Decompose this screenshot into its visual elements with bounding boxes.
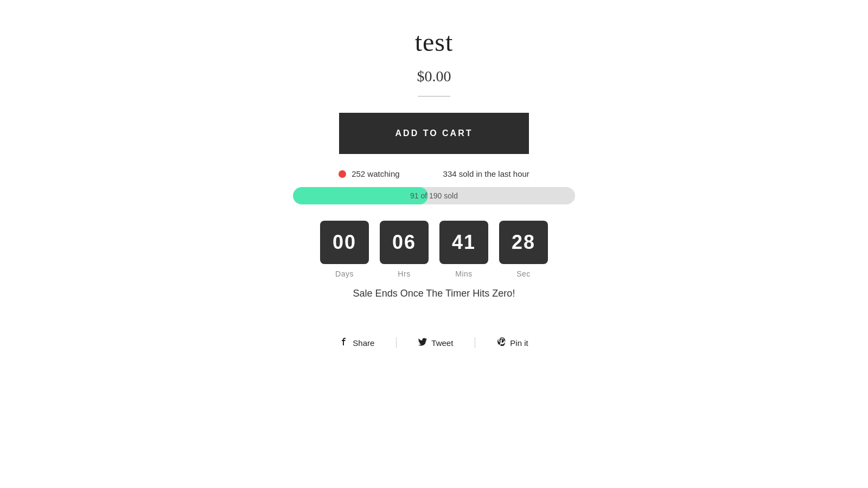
live-indicator-dot <box>339 170 346 178</box>
countdown-hrs-label: Hrs <box>398 269 410 278</box>
watching-row: 252 watching 334 sold in the last hour <box>293 169 575 178</box>
pin-label: Pin it <box>510 338 528 348</box>
countdown-sec-label: Sec <box>516 269 531 278</box>
countdown-sec-box: 28 <box>499 221 548 264</box>
share-icon <box>340 337 348 348</box>
product-title: test <box>415 27 454 57</box>
tweet-label: Tweet <box>431 338 453 348</box>
watching-count: 252 <box>352 169 367 178</box>
pin-button[interactable]: Pin it <box>497 337 528 348</box>
social-divider-2 <box>475 337 475 348</box>
add-to-cart-button[interactable]: ADD TO CART <box>339 113 529 154</box>
sold-text: 334 sold in the last hour <box>443 169 529 178</box>
countdown-mins-box: 41 <box>439 221 488 264</box>
divider <box>418 96 450 97</box>
product-page: test $0.00 ADD TO CART 252 watching 334 … <box>293 22 575 348</box>
countdown-days-box: 00 <box>320 221 369 264</box>
progress-bar-fill <box>293 187 428 204</box>
countdown-hrs: 06 Hrs <box>380 221 429 278</box>
tweet-button[interactable]: Tweet <box>418 337 453 348</box>
progress-bar-label: 91 of 190 sold <box>410 191 458 200</box>
share-button[interactable]: Share <box>340 337 374 348</box>
progress-bar-container: 91 of 190 sold <box>293 187 575 204</box>
countdown-mins: 41 Mins <box>439 221 488 278</box>
watching-label: watching <box>367 169 399 178</box>
watching-text: 252 watching <box>352 169 399 178</box>
social-row: Share Tweet Pin it <box>340 337 528 348</box>
social-divider-1 <box>396 337 397 348</box>
share-label: Share <box>353 338 374 348</box>
watching-left: 252 watching <box>339 169 399 178</box>
countdown-row: 00 Days 06 Hrs 41 Mins 28 Sec <box>320 221 548 278</box>
countdown-sec: 28 Sec <box>499 221 548 278</box>
twitter-icon <box>418 337 427 348</box>
countdown-hrs-box: 06 <box>380 221 429 264</box>
countdown-days: 00 Days <box>320 221 369 278</box>
product-price: $0.00 <box>417 68 451 85</box>
countdown-days-label: Days <box>335 269 354 278</box>
sale-ends-text: Sale Ends Once The Timer Hits Zero! <box>353 288 515 299</box>
countdown-mins-label: Mins <box>455 269 473 278</box>
pinterest-icon <box>497 337 506 348</box>
